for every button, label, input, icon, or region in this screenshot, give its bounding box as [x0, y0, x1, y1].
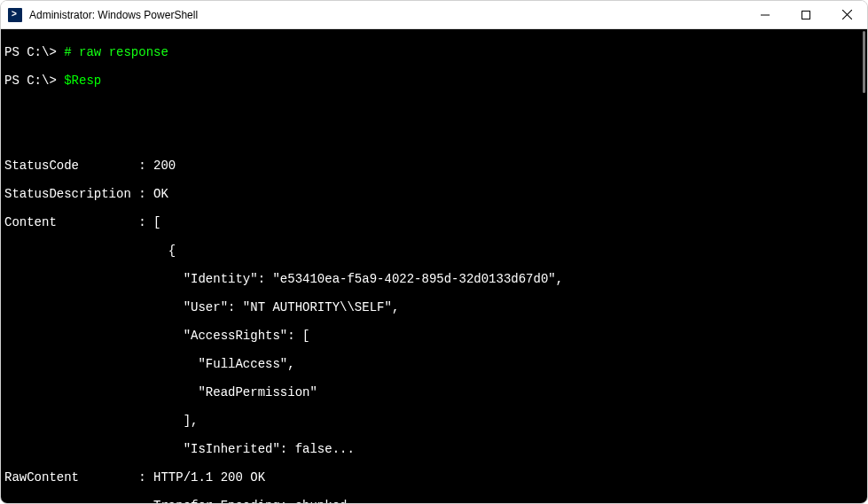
out-value: Transfer-Encoding: chunked	[153, 499, 347, 503]
out-value: "ReadPermission"	[153, 385, 317, 399]
command-text: $Resp	[64, 74, 101, 88]
svg-rect-1	[802, 11, 810, 19]
out-value: 200	[153, 159, 176, 173]
scrollbar-thumb[interactable]	[863, 31, 865, 93]
window-title: Administrator: Windows PowerShell	[29, 9, 198, 21]
out-label: StatusCode	[4, 159, 79, 173]
out-value: "AccessRights": [	[153, 329, 309, 343]
out-value: {	[153, 244, 176, 258]
titlebar[interactable]: Administrator: Windows PowerShell	[1, 1, 867, 29]
out-value: HTTP/1.1 200 OK	[153, 470, 265, 485]
minimize-button[interactable]	[745, 1, 786, 29]
out-value: "FullAccess",	[153, 357, 295, 371]
out-label: Content	[4, 215, 57, 229]
out-value: OK	[153, 187, 168, 201]
out-value: ],	[153, 414, 198, 428]
out-value: [	[153, 215, 160, 229]
out-value: "Identity": "e53410ea-f5a9-4022-895d-32d…	[153, 272, 563, 286]
close-button[interactable]	[826, 1, 867, 29]
powershell-window: Administrator: Windows PowerShell PS C:\…	[0, 0, 868, 504]
comment-text: # raw response	[64, 45, 168, 59]
out-label: StatusDescription	[4, 187, 131, 201]
out-value: "IsInherited": false...	[153, 442, 355, 456]
prompt: PS C:\>	[4, 45, 57, 59]
terminal-area[interactable]: PS C:\> # raw response PS C:\> $Resp Sta…	[1, 29, 867, 503]
prompt: PS C:\>	[4, 74, 57, 88]
maximize-button[interactable]	[786, 1, 826, 29]
out-value: "User": "NT AUTHORITY\\SELF",	[153, 300, 399, 314]
out-label: RawContent	[4, 470, 79, 485]
scrollbar[interactable]	[855, 29, 867, 503]
powershell-icon	[8, 8, 22, 22]
